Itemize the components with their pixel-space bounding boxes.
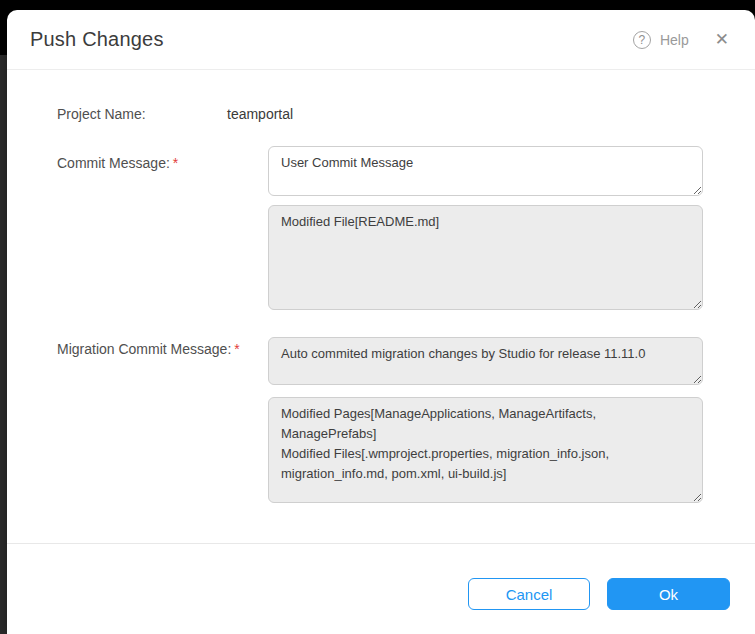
push-changes-dialog: Push Changes ? Help ✕ Project Name: team…	[7, 10, 755, 634]
required-asterisk: *	[234, 341, 239, 357]
migration-commit-message-label: Migration Commit Message:*	[57, 341, 240, 357]
page-title: Push Changes	[30, 28, 164, 51]
help-link[interactable]: ? Help	[633, 31, 689, 49]
help-icon[interactable]: ?	[633, 31, 651, 49]
project-name-value: teamportal	[227, 106, 293, 122]
ok-button[interactable]: Ok	[607, 578, 730, 610]
required-asterisk: *	[173, 155, 178, 171]
commit-changes-summary-textarea[interactable]: Modified File[README.md]	[268, 205, 703, 310]
project-name-label: Project Name:	[57, 106, 146, 122]
migration-commit-message-textarea[interactable]: Auto commited migration changes by Studi…	[268, 337, 703, 385]
migration-changes-summary-textarea[interactable]: Modified Pages[ManageApplications, Manag…	[268, 397, 703, 503]
close-icon[interactable]: ✕	[715, 31, 729, 48]
header-actions: ? Help ✕	[633, 31, 729, 49]
help-label[interactable]: Help	[660, 32, 689, 48]
commit-message-textarea[interactable]: User Commit Message	[268, 146, 703, 196]
commit-message-label: Commit Message:*	[57, 155, 178, 171]
footer-divider	[7, 543, 755, 544]
dialog-header: Push Changes ? Help ✕	[7, 10, 755, 70]
cancel-button[interactable]: Cancel	[468, 578, 590, 610]
